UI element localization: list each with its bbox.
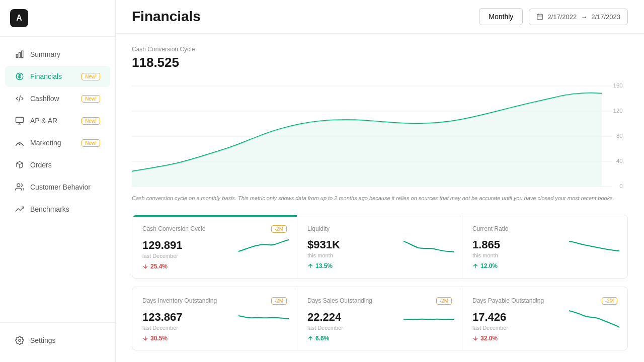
svg-text:0: 0 xyxy=(619,183,622,189)
sidebar-item-marketing[interactable]: Marketing New! xyxy=(5,132,110,153)
sidebar-item-cashflow[interactable]: Cashflow New! xyxy=(5,88,110,109)
down-arrow-icon-2 xyxy=(142,335,148,341)
metric-title-current-ratio: Current Ratio xyxy=(472,225,617,232)
metric-days-payable: Days Payable Outstanding -2M 17.426 last… xyxy=(462,287,627,350)
metric-days-inventory: Days Inventory Outstanding -2M 123.867 l… xyxy=(132,287,297,350)
metric-badge-ccc: -2M xyxy=(271,225,287,233)
signal-icon xyxy=(15,138,24,147)
svg-text:160: 160 xyxy=(613,82,623,88)
date-arrow: → xyxy=(581,13,587,21)
svg-text:80: 80 xyxy=(616,133,623,139)
metric-title-days-payable: Days Payable Outstanding -2M xyxy=(472,297,617,305)
trending-icon xyxy=(15,205,24,214)
metric-title-ccc: Cash Conversion Cycle -2M xyxy=(142,225,287,233)
sidebar-item-marketing-label: Marketing xyxy=(30,139,61,147)
metric-current-ratio: Current Ratio 1.865 this month 12.0% xyxy=(462,215,627,278)
sidebar-item-customer-behavior[interactable]: Customer Behavior xyxy=(5,176,110,198)
svg-text:Jun 22: Jun 22 xyxy=(283,189,300,189)
metric-liquidity: Liquidity $931K this month 13.5% xyxy=(297,215,462,278)
metric-badge-days-payable: -2M xyxy=(602,297,617,305)
sparkline-liquidity xyxy=(404,234,454,259)
svg-text:Mar 22: Mar 22 xyxy=(132,189,150,189)
svg-text:Jul 22: Jul 22 xyxy=(336,189,351,189)
sidebar-item-financials-label: Financials xyxy=(30,72,62,80)
metric-change-ccc: 25.4% xyxy=(142,263,287,270)
metrics-row-2: Days Inventory Outstanding -2M 123.867 l… xyxy=(132,287,628,350)
date-from: 2/17/2022 xyxy=(547,13,577,21)
sidebar-item-customer-behavior-label: Customer Behavior xyxy=(30,183,91,191)
metric-cash-conversion-cycle: Cash Conversion Cycle -2M 129.891 last D… xyxy=(132,215,297,278)
metric-days-sales: Days Sales Outstanding -2M 22.224 last D… xyxy=(297,287,462,350)
page-title: Financials xyxy=(132,9,479,25)
svg-text:Apr 22: Apr 22 xyxy=(182,189,199,189)
marketing-new-badge: New! xyxy=(82,139,100,147)
monitor-icon xyxy=(15,116,24,125)
financials-new-badge: New! xyxy=(82,73,100,80)
svg-text:Aug 22: Aug 22 xyxy=(386,189,405,189)
date-to: 2/17/2023 xyxy=(591,13,620,21)
app-logo[interactable]: A xyxy=(10,9,28,27)
svg-rect-4 xyxy=(16,117,24,123)
dollar-circle-icon xyxy=(15,72,24,81)
svg-text:120: 120 xyxy=(613,108,623,114)
sparkline-days-inventory xyxy=(238,306,289,331)
svg-rect-0 xyxy=(16,54,18,58)
users-icon xyxy=(15,183,24,192)
metric-change-liquidity: 13.5% xyxy=(307,262,452,269)
svg-text:Sep 22: Sep 22 xyxy=(436,189,454,189)
svg-point-5 xyxy=(19,144,20,145)
sidebar-item-summary-label: Summary xyxy=(30,50,60,58)
sidebar-item-benchmarks[interactable]: Benchmarks xyxy=(5,199,110,220)
metric-change-days-inventory: 30.5% xyxy=(142,335,287,342)
metric-title-days-sales: Days Sales Outstanding -2M xyxy=(307,297,452,305)
svg-point-6 xyxy=(17,184,20,187)
metric-title-days-inventory: Days Inventory Outstanding -2M xyxy=(142,297,287,305)
svg-text:May 22: May 22 xyxy=(232,189,251,189)
sidebar-navigation: Summary Financials New! Cashflow New! AP… xyxy=(0,37,115,322)
sparkline-days-sales xyxy=(404,306,454,331)
svg-point-7 xyxy=(19,339,21,342)
sidebar-item-financials[interactable]: Financials New! xyxy=(5,66,110,87)
monthly-button[interactable]: Monthly xyxy=(479,8,523,25)
sparkline-days-payable xyxy=(569,306,619,331)
metric-badge-days-sales: -2M xyxy=(436,297,452,305)
date-range-picker[interactable]: 2/17/2022 → 2/17/2023 xyxy=(529,9,628,25)
svg-rect-1 xyxy=(19,52,21,58)
svg-text:Oct 22: Oct 22 xyxy=(486,189,503,189)
metric-badge-days-inventory: -2M xyxy=(271,297,287,305)
metric-change-days-sales: 6.6% xyxy=(307,335,452,342)
svg-text:Nov 22: Nov 22 xyxy=(536,189,554,189)
cashflow-new-badge: New! xyxy=(82,95,100,103)
up-arrow-icon-2 xyxy=(472,263,478,269)
main-content: Financials Monthly 2/17/2022 → 2/17/2023… xyxy=(116,0,644,362)
main-chart-label: Cash Conversion Cycle xyxy=(132,46,628,53)
up-arrow-icon-3 xyxy=(307,335,313,341)
sidebar-item-cashflow-label: Cashflow xyxy=(30,95,59,103)
metric-change-current-ratio: 12.0% xyxy=(472,262,617,269)
up-arrow-icon xyxy=(307,263,313,269)
chart-bar-icon xyxy=(15,50,24,59)
down-arrow-icon xyxy=(142,263,148,269)
svg-rect-8 xyxy=(537,14,543,19)
sidebar-item-settings[interactable]: Settings xyxy=(5,330,110,351)
top-controls: Monthly 2/17/2022 → 2/17/2023 xyxy=(479,8,628,25)
main-chart-svg: 0 40 80 120 160 Mar 22 Apr xyxy=(132,78,628,189)
sparkline-ccc xyxy=(238,234,289,259)
svg-text:Dec 22: Dec 22 xyxy=(587,189,605,189)
ap-ar-new-badge: New! xyxy=(82,117,100,125)
main-chart-container: 0 40 80 120 160 Mar 22 Apr xyxy=(132,78,628,189)
sidebar-bottom: Settings xyxy=(0,322,115,362)
sidebar-item-ap-ar[interactable]: AP & AR New! xyxy=(5,110,110,131)
sidebar-item-orders[interactable]: Orders xyxy=(5,154,110,175)
gear-icon xyxy=(15,336,24,345)
sidebar-item-summary[interactable]: Summary xyxy=(5,44,110,65)
content-area: Cash Conversion Cycle 118.525 0 40 80 12… xyxy=(116,34,644,362)
metric-change-days-payable: 32.0% xyxy=(472,335,617,342)
top-bar: Financials Monthly 2/17/2022 → 2/17/2023 xyxy=(116,0,644,34)
calendar-icon xyxy=(536,13,543,20)
arrows-icon xyxy=(15,94,24,103)
chart-note: Cash conversion cycle on a monthly basis… xyxy=(132,194,628,203)
metrics-row-1: Cash Conversion Cycle -2M 129.891 last D… xyxy=(132,215,628,279)
sidebar-item-settings-label: Settings xyxy=(30,336,56,344)
svg-text:40: 40 xyxy=(616,158,623,164)
